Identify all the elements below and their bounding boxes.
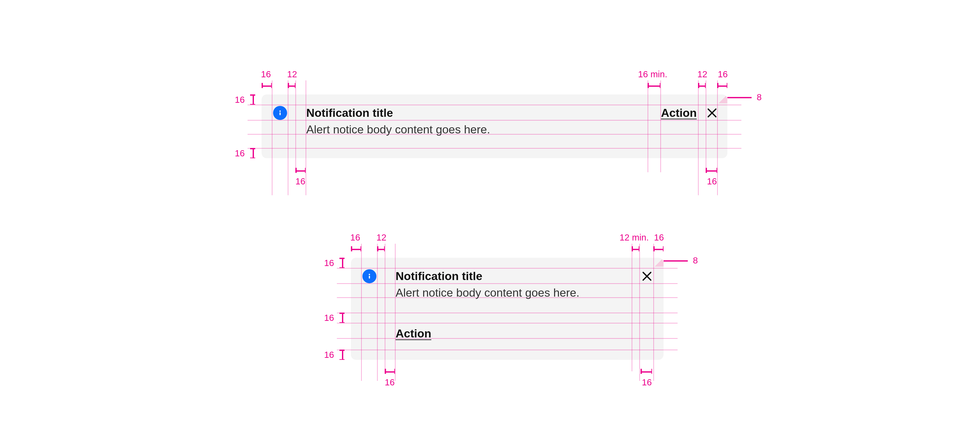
spec-label: 8 [693,255,698,265]
spec-label: 12 [287,69,297,79]
svg-point-0 [280,110,281,112]
spec-label: 16 [718,69,728,79]
close-icon[interactable] [706,106,718,119]
spec-label: 8 [757,92,762,102]
spec-measure [262,82,272,89]
spec-measure [338,313,346,323]
info-icon [273,106,287,120]
notification-card-inline: Notification title Alert notice body con… [262,94,727,158]
notification-title: Notification title [396,269,482,283]
notification-title: Notification title [306,106,393,120]
spec-callout [727,97,752,98]
svg-rect-5 [369,276,370,279]
spec-measure [653,245,663,253]
notification-card-stacked: Notification title Alert notice body con… [351,258,663,360]
spec-measure [296,167,306,174]
notification-body: Alert notice body content goes here. [306,122,490,136]
spec-measure [698,82,706,89]
spec-label: 16 [642,377,652,387]
spec-measure [632,245,639,253]
spec-label: 16 [654,232,664,243]
spec-measure [351,245,361,253]
spec-measure [249,94,256,105]
spec-measure [377,245,385,253]
spec-measure [648,82,660,89]
spec-label: 16 [296,176,305,186]
spec-measure [717,82,727,89]
spec-label: 16 [385,377,395,387]
spec-label: 16 [324,258,334,268]
notification-action-link[interactable]: Action [396,327,431,341]
notification-action-link[interactable]: Action [661,106,697,120]
spec-measure [706,167,717,174]
spec-measure [641,368,652,375]
spec-label: 16 [707,176,717,186]
notification-body: Alert notice body content goes here. [396,286,579,300]
spec-label: 16 [235,148,245,158]
spec-label: 12 [697,69,708,79]
spec-measure [385,368,395,375]
spec-label: 16 [261,69,271,79]
close-icon[interactable] [641,270,653,282]
spec-label: 16 min. [638,69,667,79]
spec-measure [338,350,346,360]
spec-label: 16 [324,313,334,323]
spec-callout [663,260,688,262]
spec-measure [249,148,256,158]
info-icon [363,269,376,283]
spec-label: 16 [324,350,334,360]
spec-measure [288,82,296,89]
spec-label: 16 [350,232,360,243]
svg-point-4 [369,274,370,275]
svg-rect-1 [280,113,281,115]
spec-label: 12 min. [620,232,649,243]
spec-label: 16 [235,94,245,105]
spec-measure [338,258,346,268]
spec-label: 12 [376,232,387,243]
